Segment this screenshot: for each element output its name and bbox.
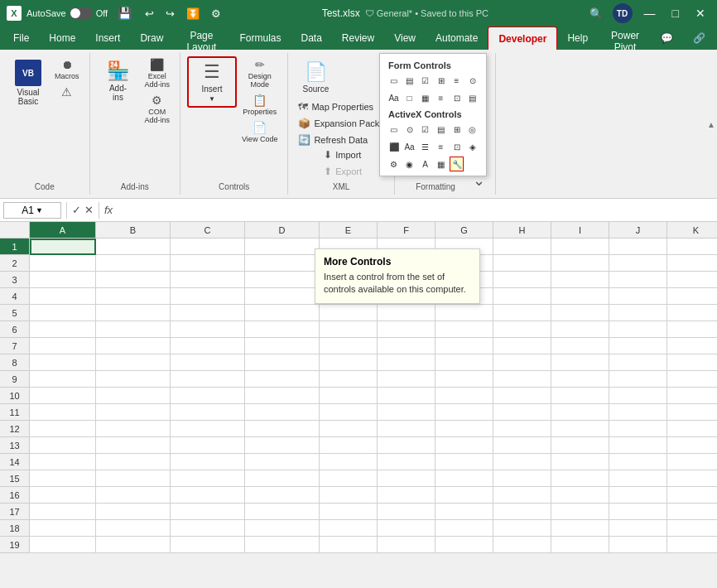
import-button[interactable]: ⬇ Import xyxy=(320,147,365,162)
cell-J2[interactable] xyxy=(609,255,667,272)
cell-I14[interactable] xyxy=(551,454,609,470)
cell-B14[interactable] xyxy=(96,454,171,470)
cell-A18[interactable] xyxy=(30,520,96,537)
cell-D17[interactable] xyxy=(245,504,320,520)
cell-A10[interactable] xyxy=(30,388,96,404)
cell-F11[interactable] xyxy=(378,404,435,421)
ax-img[interactable]: Aa xyxy=(402,139,416,154)
cell-I8[interactable] xyxy=(551,354,609,371)
cell-G16[interactable] xyxy=(435,487,493,504)
save-button[interactable]: 💾 xyxy=(113,5,137,22)
row-num-19[interactable]: 19 xyxy=(0,537,30,553)
cell-D4[interactable] xyxy=(245,288,320,305)
cell-K14[interactable] xyxy=(667,454,717,470)
cell-J18[interactable] xyxy=(609,520,667,537)
cell-J9[interactable] xyxy=(609,371,667,388)
col-header-c[interactable]: C xyxy=(171,222,245,238)
form-ctrl-groupbox[interactable]: Aa xyxy=(387,90,401,105)
cell-J3[interactable] xyxy=(609,272,667,288)
cell-B8[interactable] xyxy=(96,354,171,371)
cell-G5[interactable] xyxy=(435,305,493,321)
ax-tabstrip[interactable]: ⊡ xyxy=(450,139,464,154)
form-ctrl-checkbox[interactable]: ☑ xyxy=(418,73,432,88)
cell-B15[interactable] xyxy=(96,470,171,487)
ax-extra[interactable] xyxy=(465,157,479,171)
cell-A8[interactable] xyxy=(30,354,96,371)
cell-J1[interactable] xyxy=(609,239,667,255)
cell-F12[interactable] xyxy=(378,421,435,437)
form-ctrl-opt2[interactable]: ⊡ xyxy=(450,90,464,105)
cell-B4[interactable] xyxy=(96,288,171,305)
cell-F18[interactable] xyxy=(378,520,435,537)
cell-A9[interactable] xyxy=(30,371,96,388)
cell-I17[interactable] xyxy=(551,504,609,520)
cell-F7[interactable] xyxy=(378,338,435,354)
cell-F13[interactable] xyxy=(378,437,435,454)
cell-K9[interactable] xyxy=(667,371,717,388)
cell-J10[interactable] xyxy=(609,388,667,404)
ax-more[interactable]: 🔧 xyxy=(450,157,464,171)
cell-H14[interactable] xyxy=(493,454,551,470)
cell-E9[interactable] xyxy=(320,371,378,388)
cell-C1[interactable] xyxy=(171,239,245,255)
cell-G15[interactable] xyxy=(435,470,493,487)
row-num-16[interactable]: 16 xyxy=(0,487,30,504)
cell-I18[interactable] xyxy=(551,520,609,537)
cell-C11[interactable] xyxy=(171,404,245,421)
cell-I9[interactable] xyxy=(551,371,609,388)
cell-B7[interactable] xyxy=(96,338,171,354)
cell-F17[interactable] xyxy=(378,504,435,520)
cell-I16[interactable] xyxy=(551,487,609,504)
cell-H17[interactable] xyxy=(493,504,551,520)
cell-G11[interactable] xyxy=(435,404,493,421)
view-code-button[interactable]: 📄 View Code xyxy=(238,119,281,145)
formula-cancel-icon[interactable]: ✕ xyxy=(84,204,94,216)
cell-H15[interactable] xyxy=(493,470,551,487)
col-header-f[interactable]: F xyxy=(378,222,435,238)
cell-K10[interactable] xyxy=(667,388,717,404)
cell-C17[interactable] xyxy=(171,504,245,520)
cell-E19[interactable] xyxy=(320,537,378,553)
cell-H1[interactable] xyxy=(493,239,551,255)
cell-G12[interactable] xyxy=(435,421,493,437)
ax-opt[interactable]: ◉ xyxy=(402,157,416,171)
cell-G10[interactable] xyxy=(435,388,493,404)
cell-K3[interactable] xyxy=(667,272,717,288)
cell-J19[interactable] xyxy=(609,537,667,553)
map-properties-button[interactable]: 🗺 Map Properties xyxy=(295,99,387,114)
ax-listbox[interactable]: ▤ xyxy=(434,122,448,137)
cell-B17[interactable] xyxy=(96,504,171,520)
cell-K11[interactable] xyxy=(667,404,717,421)
cell-A16[interactable] xyxy=(30,487,96,504)
row-num-14[interactable]: 14 xyxy=(0,454,30,470)
share-button[interactable]: 🔗 xyxy=(685,29,714,47)
col-header-d[interactable]: D xyxy=(245,222,320,238)
undo-button[interactable]: ↩ xyxy=(142,6,157,22)
cell-H9[interactable] xyxy=(493,371,551,388)
cell-D19[interactable] xyxy=(245,537,320,553)
cell-I15[interactable] xyxy=(551,470,609,487)
ax-checkbox[interactable]: ☑ xyxy=(418,122,432,137)
cell-A17[interactable] xyxy=(30,504,96,520)
cell-B19[interactable] xyxy=(96,537,171,553)
form-ctrl-scrollbar[interactable]: ▦ xyxy=(418,90,432,105)
col-header-k[interactable]: K xyxy=(667,222,717,238)
row-num-8[interactable]: 8 xyxy=(0,354,30,371)
addins-button[interactable]: 🏪 Add-ins xyxy=(97,56,140,106)
cell-J17[interactable] xyxy=(609,504,667,520)
form-ctrl-spinbtn[interactable]: ⊞ xyxy=(434,73,448,88)
cell-G17[interactable] xyxy=(435,504,493,520)
refresh-data-button[interactable]: 🔄 Refresh Data xyxy=(295,133,387,147)
cell-E5[interactable] xyxy=(320,305,378,321)
cell-B2[interactable] xyxy=(96,255,171,272)
cell-K2[interactable] xyxy=(667,255,717,272)
cell-H3[interactable] xyxy=(493,272,551,288)
cell-H16[interactable] xyxy=(493,487,551,504)
search-button[interactable]: 🔍 xyxy=(586,6,606,22)
cell-C14[interactable] xyxy=(171,454,245,470)
cell-C5[interactable] xyxy=(171,305,245,321)
cell-A4[interactable] xyxy=(30,288,96,305)
cell-D13[interactable] xyxy=(245,437,320,454)
cell-A1[interactable] xyxy=(30,239,96,255)
cell-D6[interactable] xyxy=(245,321,320,338)
